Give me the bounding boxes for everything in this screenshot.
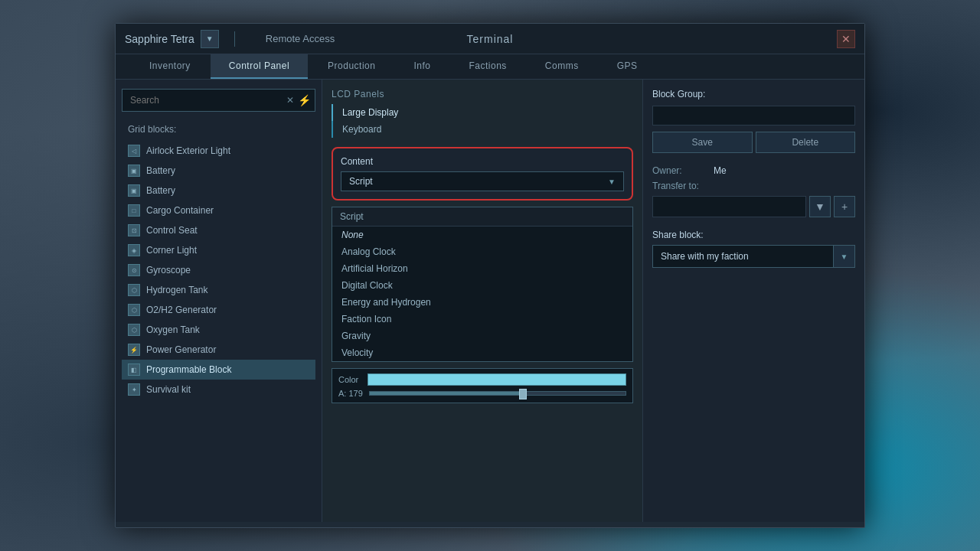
block-icon: ⊡ bbox=[128, 224, 140, 236]
title-bar: Sapphire Tetra ▼ Remote Access Terminal … bbox=[116, 24, 864, 54]
script-option-artificial-horizon[interactable]: Artificial Horizon bbox=[332, 260, 632, 277]
transfer-input[interactable] bbox=[652, 196, 806, 217]
display-item-large[interactable]: Large Display bbox=[332, 104, 633, 121]
block-label: Battery bbox=[146, 165, 175, 176]
script-list: None Analog Clock Artificial Horizon Dig… bbox=[332, 227, 632, 361]
block-icon: ◈ bbox=[128, 244, 140, 256]
script-option-none[interactable]: None bbox=[332, 227, 632, 243]
alpha-label: A: 179 bbox=[338, 389, 363, 398]
block-label: Hydrogen Tank bbox=[146, 285, 208, 295]
separator bbox=[234, 31, 235, 47]
tab-production[interactable]: Production bbox=[309, 54, 394, 79]
block-label: Airlock Exterior Light bbox=[146, 145, 230, 156]
block-label: Gyroscope bbox=[146, 265, 191, 276]
block-icon: ⬡ bbox=[128, 324, 140, 336]
share-chevron-down-icon[interactable]: ▼ bbox=[833, 246, 854, 267]
list-item[interactable]: ▣ Battery bbox=[122, 161, 315, 181]
color-swatch[interactable] bbox=[368, 373, 626, 386]
transfer-label: Transfer to: bbox=[652, 181, 714, 191]
action-row: Save Delete bbox=[652, 132, 855, 153]
tab-gps[interactable]: GPS bbox=[599, 54, 656, 79]
script-option-faction-icon[interactable]: Faction Icon bbox=[332, 311, 632, 328]
transfer-row: ▼ + bbox=[652, 196, 855, 217]
block-label: Battery bbox=[146, 185, 175, 196]
tab-factions[interactable]: Factions bbox=[450, 54, 524, 79]
list-item[interactable]: ✦ Survival kit bbox=[122, 380, 315, 399]
alpha-row: A: 179 bbox=[338, 389, 626, 398]
slider-fill bbox=[370, 392, 524, 395]
panel-section-title: LCD Panels bbox=[332, 89, 633, 99]
transfer-label-row: Transfer to: bbox=[652, 181, 855, 191]
block-icon: ◧ bbox=[128, 364, 140, 376]
list-item[interactable]: ◁ Airlock Exterior Light bbox=[122, 141, 315, 161]
slider-thumb bbox=[519, 389, 527, 399]
script-option-energy-hydrogen[interactable]: Energy and Hydrogen bbox=[332, 294, 632, 311]
list-item[interactable]: ⚡ Power Generator bbox=[122, 340, 315, 360]
block-label: Oxygen Tank bbox=[146, 324, 200, 335]
alpha-slider[interactable] bbox=[369, 391, 626, 396]
list-item[interactable]: □ Cargo Container bbox=[122, 201, 315, 220]
list-item[interactable]: ◈ Corner Light bbox=[122, 240, 315, 260]
script-option-velocity[interactable]: Velocity bbox=[332, 344, 632, 361]
color-row: Color bbox=[338, 373, 626, 386]
block-group-input[interactable] bbox=[652, 106, 855, 126]
search-clear-icon[interactable]: ✕ bbox=[286, 95, 294, 106]
list-item[interactable]: ⬡ Hydrogen Tank bbox=[122, 280, 315, 300]
tab-control-panel[interactable]: Control Panel bbox=[211, 54, 308, 79]
center-panel: LCD Panels Large Display Keyboard Conten… bbox=[322, 80, 642, 522]
list-item[interactable]: ◧ Programmable Block bbox=[122, 360, 315, 380]
block-label: Programmable Block bbox=[146, 364, 231, 375]
search-bar: ✕ ⚡ bbox=[122, 89, 315, 112]
delete-button[interactable]: Delete bbox=[756, 132, 856, 153]
add-button[interactable]: + bbox=[834, 196, 855, 217]
block-label: Survival kit bbox=[146, 384, 191, 395]
list-item[interactable]: ⬡ Oxygen Tank bbox=[122, 320, 315, 340]
left-panel: ✕ ⚡ Grid blocks: ◁ Airlock Exterior Ligh… bbox=[116, 80, 322, 522]
block-icon: ⊙ bbox=[128, 264, 140, 276]
chevron-icon: ▼ bbox=[841, 253, 848, 261]
tab-inventory[interactable]: Inventory bbox=[131, 54, 209, 79]
block-group-label: Block Group: bbox=[652, 89, 855, 99]
right-panel: Block Group: Save Delete Owner: Me Trans… bbox=[642, 80, 864, 522]
block-icon: ⬡ bbox=[128, 304, 140, 316]
content-dropdown[interactable]: Script ▼ bbox=[341, 171, 624, 191]
search-filter-icon[interactable]: ⚡ bbox=[298, 94, 311, 106]
close-button[interactable]: ✕ bbox=[837, 30, 855, 48]
block-icon: ▣ bbox=[128, 184, 140, 197]
tab-info[interactable]: Info bbox=[395, 54, 449, 79]
content-label: Content bbox=[341, 156, 624, 167]
script-dropdown: Script None Analog Clock Artificial Hori… bbox=[332, 207, 633, 362]
save-button[interactable]: Save bbox=[652, 132, 753, 153]
chevron-down-icon[interactable]: ▼ bbox=[809, 196, 831, 217]
ship-selector: Sapphire Tetra ▼ Remote Access bbox=[125, 30, 335, 48]
script-option-analog-clock[interactable]: Analog Clock bbox=[332, 243, 632, 260]
ship-dropdown-button[interactable]: ▼ bbox=[201, 30, 219, 48]
ship-name: Sapphire Tetra bbox=[125, 33, 194, 45]
owner-label: Owner: bbox=[652, 165, 714, 176]
owner-row: Owner: Me bbox=[652, 165, 855, 176]
share-dropdown[interactable]: Share with my faction ▼ bbox=[652, 245, 855, 268]
list-item[interactable]: ⬡ O2/H2 Generator bbox=[122, 300, 315, 320]
block-label: Control Seat bbox=[146, 225, 198, 236]
chevron-down-icon: ▼ bbox=[206, 34, 214, 43]
share-label: Share block: bbox=[652, 230, 855, 240]
main-content: ✕ ⚡ Grid blocks: ◁ Airlock Exterior Ligh… bbox=[116, 80, 864, 522]
list-item[interactable]: ⊡ Control Seat bbox=[122, 220, 315, 240]
tab-comms[interactable]: Comms bbox=[527, 54, 597, 79]
share-value: Share with my faction bbox=[653, 246, 833, 266]
section-label: Grid blocks: bbox=[122, 121, 315, 138]
list-item[interactable]: ▣ Battery bbox=[122, 181, 315, 201]
display-item-keyboard[interactable]: Keyboard bbox=[332, 121, 633, 138]
terminal-modal: Sapphire Tetra ▼ Remote Access Terminal … bbox=[115, 23, 865, 528]
script-option-digital-clock[interactable]: Digital Clock bbox=[332, 277, 632, 294]
block-label: Corner Light bbox=[146, 245, 197, 256]
modal-title: Terminal bbox=[467, 33, 514, 45]
block-icon: ▣ bbox=[128, 165, 140, 177]
script-option-gravity[interactable]: Gravity bbox=[332, 328, 632, 344]
block-icon: □ bbox=[128, 204, 140, 217]
block-label: Cargo Container bbox=[146, 205, 214, 216]
block-icon: ⚡ bbox=[128, 344, 140, 356]
remote-access-label: Remote Access bbox=[266, 33, 335, 44]
list-item[interactable]: ⊙ Gyroscope bbox=[122, 260, 315, 280]
block-icon: ⬡ bbox=[128, 284, 140, 296]
